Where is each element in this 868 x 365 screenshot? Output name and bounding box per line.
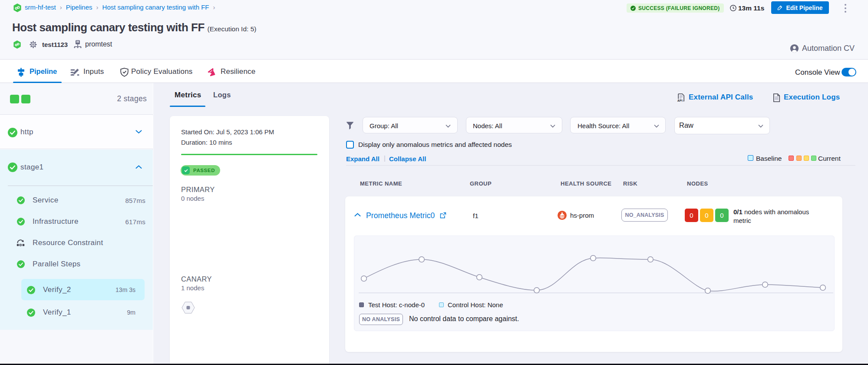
svg-text:API: API bbox=[677, 99, 683, 102]
